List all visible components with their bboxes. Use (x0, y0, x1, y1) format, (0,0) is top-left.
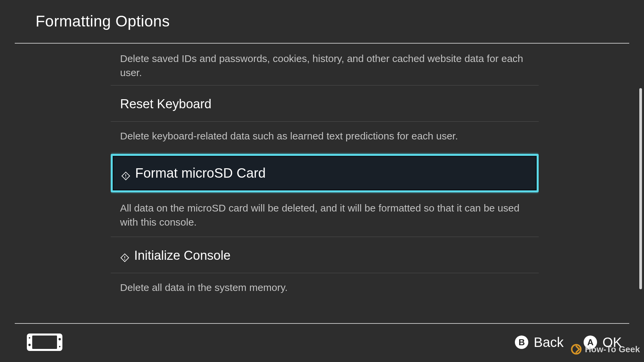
option-block-format-microsd: Format microSD Card All data on the micr… (111, 152, 539, 237)
svg-point-6 (29, 337, 30, 339)
screen: Formatting Options Delete saved IDs and … (0, 0, 644, 362)
footer: B Back A OK (0, 322, 644, 362)
header: Formatting Options (0, 0, 644, 34)
option-description: All data on the microSD card will be del… (111, 192, 539, 235)
svg-point-1 (125, 177, 126, 178)
option-initialize-console[interactable]: Initialize Console (111, 237, 539, 273)
option-title-label: Initialize Console (134, 248, 230, 263)
option-title-label: Format microSD Card (135, 166, 266, 181)
b-button-icon: B (515, 336, 528, 349)
svg-point-7 (29, 344, 31, 346)
svg-point-3 (124, 259, 125, 260)
page-title: Formatting Options (36, 12, 170, 30)
watermark: How-To Geek (570, 343, 640, 355)
alert-diamond-icon (121, 169, 130, 178)
scrollbar-thumb[interactable] (639, 88, 642, 289)
option-reset-keyboard[interactable]: Reset Keyboard (111, 85, 539, 121)
scrollbar-track[interactable] (639, 64, 642, 309)
options-list: Delete saved IDs and passwords, cookies,… (111, 44, 539, 322)
option-description: Delete all data in the system memory. (111, 273, 539, 300)
option-block-reset-keyboard: Reset Keyboard Delete keyboard-related d… (111, 85, 539, 148)
gear-arrow-icon (570, 343, 582, 355)
option-description: Delete saved IDs and passwords, cookies,… (111, 44, 539, 85)
controller-icon (27, 334, 62, 351)
alert-diamond-icon (120, 251, 129, 260)
back-label: Back (534, 335, 564, 350)
option-block-clear-cache-partial: Delete saved IDs and passwords, cookies,… (111, 44, 539, 85)
option-description: Delete keyboard-related data such as lea… (111, 122, 539, 148)
back-button[interactable]: B Back (515, 335, 564, 350)
watermark-text: How-To Geek (585, 344, 640, 355)
option-block-initialize-console: Initialize Console Delete all data in th… (111, 237, 539, 300)
svg-rect-5 (32, 336, 57, 349)
option-format-microsd[interactable]: Format microSD Card (113, 156, 537, 190)
header-divider (15, 43, 629, 44)
svg-point-9 (59, 346, 60, 347)
focus-ring: Format microSD Card (111, 154, 539, 192)
svg-point-8 (59, 338, 61, 341)
option-title-label: Reset Keyboard (120, 97, 212, 111)
